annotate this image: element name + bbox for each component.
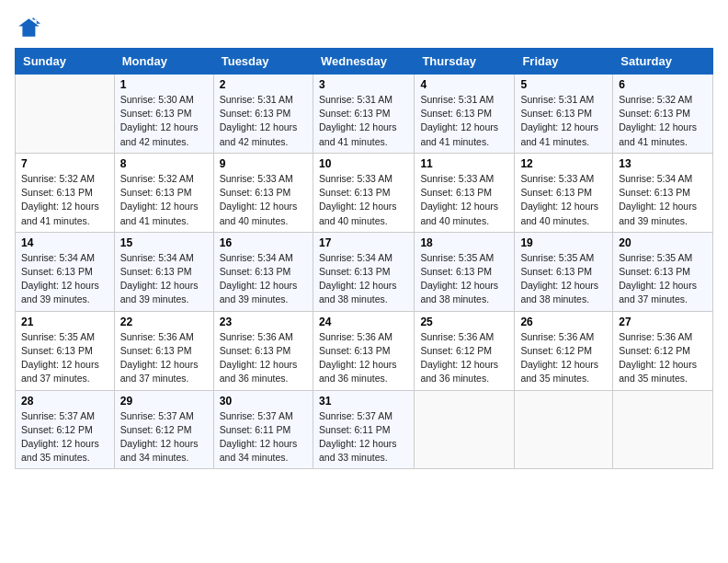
day-cell: 29Sunrise: 5:37 AM Sunset: 6:12 PM Dayli… [114,390,213,469]
day-cell: 11Sunrise: 5:33 AM Sunset: 6:13 PM Dayli… [415,153,515,232]
day-info: Sunrise: 5:35 AM Sunset: 6:13 PM Dayligh… [21,330,108,386]
day-cell: 5Sunrise: 5:31 AM Sunset: 6:13 PM Daylig… [515,75,613,154]
day-number: 19 [520,236,607,249]
day-number: 10 [319,157,408,170]
day-cell: 3Sunrise: 5:31 AM Sunset: 6:13 PM Daylig… [313,75,414,154]
day-cell: 15Sunrise: 5:34 AM Sunset: 6:13 PM Dayli… [114,232,213,311]
day-cell: 7Sunrise: 5:32 AM Sunset: 6:13 PM Daylig… [16,153,115,232]
week-row-4: 21Sunrise: 5:35 AM Sunset: 6:13 PM Dayli… [16,311,713,390]
day-info: Sunrise: 5:31 AM Sunset: 6:13 PM Dayligh… [520,93,607,149]
day-info: Sunrise: 5:31 AM Sunset: 6:13 PM Dayligh… [319,93,408,149]
day-info: Sunrise: 5:33 AM Sunset: 6:13 PM Dayligh… [420,172,508,228]
day-cell: 25Sunrise: 5:36 AM Sunset: 6:12 PM Dayli… [415,311,515,390]
day-number: 11 [420,157,508,170]
day-number: 3 [319,78,408,91]
day-number: 21 [21,316,108,328]
day-cell [16,75,115,154]
day-cell: 4Sunrise: 5:31 AM Sunset: 6:13 PM Daylig… [415,75,515,154]
day-info: Sunrise: 5:32 AM Sunset: 6:13 PM Dayligh… [619,93,707,149]
day-number: 31 [319,395,408,408]
day-number: 6 [619,78,707,91]
day-cell: 19Sunrise: 5:35 AM Sunset: 6:13 PM Dayli… [515,232,613,311]
day-number: 1 [120,78,208,91]
week-row-5: 28Sunrise: 5:37 AM Sunset: 6:12 PM Dayli… [16,390,713,469]
day-number: 24 [319,316,408,328]
day-cell: 26Sunrise: 5:36 AM Sunset: 6:12 PM Dayli… [515,311,613,390]
day-info: Sunrise: 5:37 AM Sunset: 6:12 PM Dayligh… [120,409,208,465]
day-info: Sunrise: 5:37 AM Sunset: 6:12 PM Dayligh… [21,409,108,465]
day-info: Sunrise: 5:34 AM Sunset: 6:13 PM Dayligh… [120,251,208,307]
day-number: 9 [220,157,307,170]
day-number: 23 [220,316,307,328]
day-cell: 23Sunrise: 5:36 AM Sunset: 6:13 PM Dayli… [213,311,313,390]
header-cell-friday: Friday [515,49,613,75]
day-number: 30 [220,395,307,408]
week-row-3: 14Sunrise: 5:34 AM Sunset: 6:13 PM Dayli… [16,232,713,311]
day-info: Sunrise: 5:32 AM Sunset: 6:13 PM Dayligh… [120,172,208,228]
day-cell: 20Sunrise: 5:35 AM Sunset: 6:13 PM Dayli… [613,232,713,311]
day-number: 12 [520,157,607,170]
day-cell: 6Sunrise: 5:32 AM Sunset: 6:13 PM Daylig… [613,75,713,154]
day-cell: 28Sunrise: 5:37 AM Sunset: 6:12 PM Dayli… [16,390,115,469]
day-cell: 17Sunrise: 5:34 AM Sunset: 6:13 PM Dayli… [313,232,414,311]
calendar-table: SundayMondayTuesdayWednesdayThursdayFrid… [15,48,713,469]
day-info: Sunrise: 5:35 AM Sunset: 6:13 PM Dayligh… [520,251,607,307]
day-number: 4 [420,78,508,91]
day-cell: 16Sunrise: 5:34 AM Sunset: 6:13 PM Dayli… [213,232,313,311]
day-cell: 30Sunrise: 5:37 AM Sunset: 6:11 PM Dayli… [213,390,313,469]
day-cell [415,390,515,469]
day-info: Sunrise: 5:33 AM Sunset: 6:13 PM Dayligh… [220,172,307,228]
day-number: 8 [120,157,208,170]
day-number: 20 [619,236,707,249]
day-info: Sunrise: 5:35 AM Sunset: 6:13 PM Dayligh… [420,251,508,307]
day-info: Sunrise: 5:35 AM Sunset: 6:13 PM Dayligh… [619,251,707,307]
day-info: Sunrise: 5:32 AM Sunset: 6:13 PM Dayligh… [21,172,108,228]
day-cell: 1Sunrise: 5:30 AM Sunset: 6:13 PM Daylig… [114,75,213,154]
header-cell-monday: Monday [114,49,213,75]
day-cell: 8Sunrise: 5:32 AM Sunset: 6:13 PM Daylig… [114,153,213,232]
day-cell: 22Sunrise: 5:36 AM Sunset: 6:13 PM Dayli… [114,311,213,390]
day-number: 5 [520,78,607,91]
day-cell: 24Sunrise: 5:36 AM Sunset: 6:13 PM Dayli… [313,311,414,390]
day-info: Sunrise: 5:34 AM Sunset: 6:13 PM Dayligh… [619,172,707,228]
header-cell-saturday: Saturday [613,49,713,75]
day-info: Sunrise: 5:36 AM Sunset: 6:13 PM Dayligh… [220,330,307,386]
header-row: SundayMondayTuesdayWednesdayThursdayFrid… [16,49,713,75]
header-cell-sunday: Sunday [16,49,115,75]
logo [15,15,44,40]
day-cell: 2Sunrise: 5:31 AM Sunset: 6:13 PM Daylig… [213,75,313,154]
day-cell [515,390,613,469]
page-header [15,15,713,40]
day-number: 26 [520,316,607,328]
day-info: Sunrise: 5:36 AM Sunset: 6:12 PM Dayligh… [520,330,607,386]
day-info: Sunrise: 5:30 AM Sunset: 6:13 PM Dayligh… [120,93,208,149]
day-info: Sunrise: 5:36 AM Sunset: 6:12 PM Dayligh… [619,330,707,386]
day-number: 17 [319,236,408,249]
day-info: Sunrise: 5:34 AM Sunset: 6:13 PM Dayligh… [21,251,108,307]
day-number: 29 [120,395,208,408]
day-number: 16 [220,236,307,249]
header-cell-thursday: Thursday [415,49,515,75]
day-info: Sunrise: 5:37 AM Sunset: 6:11 PM Dayligh… [220,409,307,465]
day-info: Sunrise: 5:36 AM Sunset: 6:13 PM Dayligh… [319,330,408,386]
day-info: Sunrise: 5:33 AM Sunset: 6:13 PM Dayligh… [520,172,607,228]
day-cell [613,390,713,469]
week-row-1: 1Sunrise: 5:30 AM Sunset: 6:13 PM Daylig… [16,75,713,154]
day-info: Sunrise: 5:36 AM Sunset: 6:13 PM Dayligh… [120,330,208,386]
day-info: Sunrise: 5:31 AM Sunset: 6:13 PM Dayligh… [220,93,307,149]
day-info: Sunrise: 5:34 AM Sunset: 6:13 PM Dayligh… [220,251,307,307]
day-info: Sunrise: 5:33 AM Sunset: 6:13 PM Dayligh… [319,172,408,228]
day-number: 22 [120,316,208,328]
day-number: 25 [420,316,508,328]
day-number: 7 [21,157,108,170]
day-cell: 27Sunrise: 5:36 AM Sunset: 6:12 PM Dayli… [613,311,713,390]
day-cell: 31Sunrise: 5:37 AM Sunset: 6:11 PM Dayli… [313,390,414,469]
day-cell: 21Sunrise: 5:35 AM Sunset: 6:13 PM Dayli… [16,311,115,390]
day-number: 13 [619,157,707,170]
header-cell-tuesday: Tuesday [213,49,313,75]
week-row-2: 7Sunrise: 5:32 AM Sunset: 6:13 PM Daylig… [16,153,713,232]
day-cell: 14Sunrise: 5:34 AM Sunset: 6:13 PM Dayli… [16,232,115,311]
day-number: 27 [619,316,707,328]
day-number: 2 [220,78,307,91]
day-cell: 9Sunrise: 5:33 AM Sunset: 6:13 PM Daylig… [213,153,313,232]
